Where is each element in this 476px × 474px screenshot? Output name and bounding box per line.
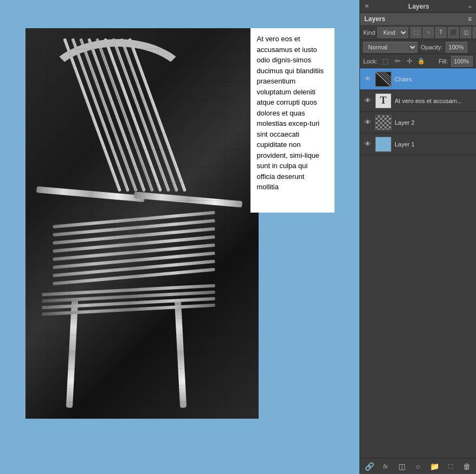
chair-slat (53, 268, 215, 285)
layers-title-text: Layers (364, 15, 385, 23)
filter-text-icon[interactable]: T (435, 27, 446, 38)
chair-image (25, 28, 259, 419)
filter-smart-icon[interactable]: ⬛ (448, 27, 459, 38)
lock-icons: ⬚ ✏ ✛ 🔒 (381, 56, 426, 66)
text-layer: At vero eos et accusamus et iusto odio d… (250, 28, 335, 213)
filter-shape-icon[interactable]: ○ (423, 27, 434, 38)
filter-row: Kind Kind ⬚ ○ T ⬛ ◫ ≡ (360, 25, 476, 40)
layers-bottom-toolbar: 🔗 fx ◫ ○ 📁 ⬚ 🗑 (360, 458, 476, 474)
filter-icons: ⬚ ○ T ⬛ ◫ ≡ (410, 27, 476, 38)
filter-list-icon[interactable]: ≡ (473, 27, 476, 38)
chair-arm-tube (133, 191, 242, 207)
layers-menu-icon[interactable]: ≡ (468, 15, 472, 23)
lock-pixel-button[interactable]: ⬚ (381, 56, 390, 66)
add-mask-button[interactable]: ◫ (396, 460, 408, 472)
visibility-toggle-layer1[interactable]: 👁 (363, 140, 372, 148)
canvas-content: At vero eos et accusamus et iusto odio d… (9, 12, 351, 462)
layer-thumb-layer2 (375, 115, 391, 130)
chair-leg (174, 299, 186, 408)
layer-thumb-chairs (375, 72, 391, 87)
panel-title: Layers (408, 3, 429, 10)
link-layers-button[interactable]: 🔗 (363, 460, 375, 472)
fill-label: Fill: (439, 58, 448, 65)
lock-row: Lock: ⬚ ✏ ✛ 🔒 Fill: (360, 54, 476, 68)
chair-leg (66, 299, 78, 408)
visibility-toggle-text[interactable]: 👁 (363, 97, 372, 105)
kind-dropdown[interactable]: Kind (377, 27, 408, 38)
opacity-input[interactable] (446, 42, 467, 53)
layer-thumb-layer1 (375, 137, 391, 152)
lock-all-button[interactable]: 🔒 (416, 56, 426, 66)
new-layer-button[interactable]: ⬚ (445, 460, 456, 472)
blend-mode-dropdown[interactable]: Normal (363, 42, 417, 53)
layers-list: 👁 Chairs 👁 T At vero eos et accusam... (360, 68, 476, 458)
layer-name-chairs: Chairs (395, 76, 473, 82)
delete-layer-button[interactable]: 🗑 (461, 460, 473, 472)
panel-double-arrow[interactable]: » (468, 3, 472, 10)
group-button[interactable]: 📁 (428, 460, 440, 472)
photo-layer (25, 28, 259, 419)
layer-name-layer1: Layer 1 (395, 141, 473, 148)
filter-adjust-icon[interactable]: ◫ (460, 27, 471, 38)
fill-input[interactable] (451, 56, 473, 67)
opacity-label: Opacity: (421, 44, 442, 50)
layer-item-layer2[interactable]: 👁 Layer 2 (360, 112, 476, 133)
filter-pixel-icon[interactable]: ⬚ (410, 27, 421, 38)
text-content: At vero eos et accusamus et iusto odio d… (257, 35, 324, 191)
layer-item-chairs[interactable]: 👁 Chairs (360, 68, 476, 90)
kind-label: Kind (363, 29, 375, 36)
visibility-toggle-chairs[interactable]: 👁 (363, 75, 372, 83)
layer-item-layer1[interactable]: 👁 Layer 1 (360, 133, 476, 155)
layer-name-text: At vero eos et accusam... (395, 98, 473, 104)
layer-thumb-text: T (375, 93, 391, 108)
adjustment-button[interactable]: ○ (412, 460, 424, 472)
close-panel-button[interactable]: ✕ (364, 3, 369, 10)
layer-item-text[interactable]: 👁 T At vero eos et accusam... (360, 90, 476, 112)
panel-header: ✕ Layers » (360, 0, 476, 13)
lock-paint-button[interactable]: ✏ (393, 56, 402, 66)
chair-top-bar (42, 39, 194, 137)
lock-label: Lock: (363, 58, 377, 65)
layers-title-bar: Layers ≡ (360, 13, 476, 25)
blend-mode-row: Normal Opacity: (360, 40, 476, 54)
lock-position-button[interactable]: ✛ (404, 56, 414, 66)
layer-name-layer2: Layer 2 (395, 119, 473, 126)
layers-panel: ✕ Layers » Layers ≡ Kind Kind ⬚ ○ T ⬛ ◫ … (359, 0, 476, 474)
visibility-toggle-layer2[interactable]: 👁 (363, 118, 372, 126)
canvas-area: At vero eos et accusamus et iusto odio d… (0, 0, 359, 474)
fx-button[interactable]: fx (379, 460, 391, 472)
